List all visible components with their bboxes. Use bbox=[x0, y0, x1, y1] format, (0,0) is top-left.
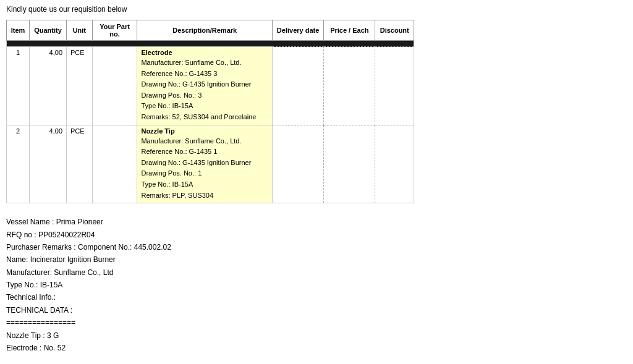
col-header-item: Item bbox=[7, 20, 30, 41]
footer-line: Electrode : No. 52 bbox=[6, 342, 627, 354]
cell-discount bbox=[375, 47, 414, 125]
footer-line: TECHNICAL DATA : bbox=[6, 304, 627, 316]
cell-quantity: 4,00 bbox=[30, 125, 67, 203]
cell-price bbox=[324, 125, 375, 203]
cell-price bbox=[324, 47, 375, 125]
col-header-unit: Unit bbox=[67, 20, 93, 41]
intro-text: Kindly quote us our requisition below bbox=[6, 5, 627, 14]
cell-quantity: 4,00 bbox=[30, 47, 67, 125]
description-detail: Remarks: 52, SUS304 and Porcelaine bbox=[141, 112, 268, 123]
description-title: Electrode bbox=[141, 49, 268, 56]
description-detail: Drawing Pos. No.: 3 bbox=[141, 90, 268, 101]
cell-your-part bbox=[92, 47, 137, 125]
footer-line: ================ bbox=[6, 316, 627, 329]
description-detail: Drawing No.: G-1435 Ignition Burner bbox=[141, 79, 268, 90]
table-row: 24,00PCENozzle TipManufacturer: Sunflame… bbox=[7, 125, 414, 203]
description-detail: Drawing No.: G-1435 Ignition Burner bbox=[141, 158, 268, 169]
description-title: Nozzle Tip bbox=[141, 127, 268, 135]
dark-divider-row bbox=[7, 41, 414, 47]
col-header-quantity: Quantity bbox=[30, 20, 67, 41]
description-detail: Reference No.: G-1435 1 bbox=[141, 146, 268, 158]
cell-item-num: 2 bbox=[7, 125, 30, 203]
cell-discount bbox=[375, 125, 414, 203]
footer-line: Vessel Name : Prima Pioneer bbox=[6, 216, 627, 228]
table-row: 14,00PCEElectrodeManufacturer: Sunflame … bbox=[7, 47, 414, 125]
footer-info: Vessel Name : Prima PioneerRFQ no : PP05… bbox=[6, 216, 627, 354]
description-detail: Reference No.: G-1435 3 bbox=[141, 69, 268, 80]
cell-delivery-date bbox=[272, 47, 323, 125]
col-header-description: Description/Remark bbox=[137, 20, 273, 41]
description-detail: Remarks: PLP, SUS304 bbox=[141, 190, 268, 201]
cell-unit: PCE bbox=[67, 47, 93, 125]
footer-line: Nozzle Tip : 3 G bbox=[6, 329, 627, 342]
description-detail: Drawing Pos. No.: 1 bbox=[141, 168, 268, 179]
footer-line: Name: Incinerator Ignition Burner bbox=[6, 253, 627, 266]
footer-line: Type No.: IB-15A bbox=[6, 279, 627, 291]
col-header-discount: Discount bbox=[375, 20, 414, 41]
cell-description: Nozzle TipManufacturer: Sunflame Co., Lt… bbox=[137, 125, 273, 203]
description-detail: Manufacturer: Sunflame Co., Ltd. bbox=[141, 57, 268, 69]
footer-line: Technical Info.: bbox=[6, 291, 627, 303]
description-detail: Type No.: IB-15A bbox=[141, 101, 268, 112]
footer-line: Manufacturer: Sunflame Co., Ltd bbox=[6, 266, 627, 279]
col-header-your-part: Your Part no. bbox=[92, 20, 137, 41]
col-header-price: Price / Each bbox=[324, 20, 375, 41]
cell-delivery-date bbox=[272, 125, 323, 203]
cell-unit: PCE bbox=[67, 125, 93, 203]
description-detail: Type No.: IB-15A bbox=[141, 179, 268, 190]
requisition-table: Item Quantity Unit Your Part no. Descrip… bbox=[6, 20, 414, 203]
cell-description: ElectrodeManufacturer: Sunflame Co., Ltd… bbox=[137, 47, 273, 125]
cell-item-num: 1 bbox=[7, 47, 30, 125]
cell-your-part bbox=[92, 125, 137, 203]
footer-line: Purchaser Remarks : Component No.: 445.0… bbox=[6, 241, 627, 253]
footer-line: RFQ no : PP05240022R04 bbox=[6, 229, 627, 241]
col-header-delivery: Delivery date bbox=[272, 20, 323, 41]
description-detail: Manufacturer: Sunflame Co., Ltd. bbox=[141, 136, 268, 147]
